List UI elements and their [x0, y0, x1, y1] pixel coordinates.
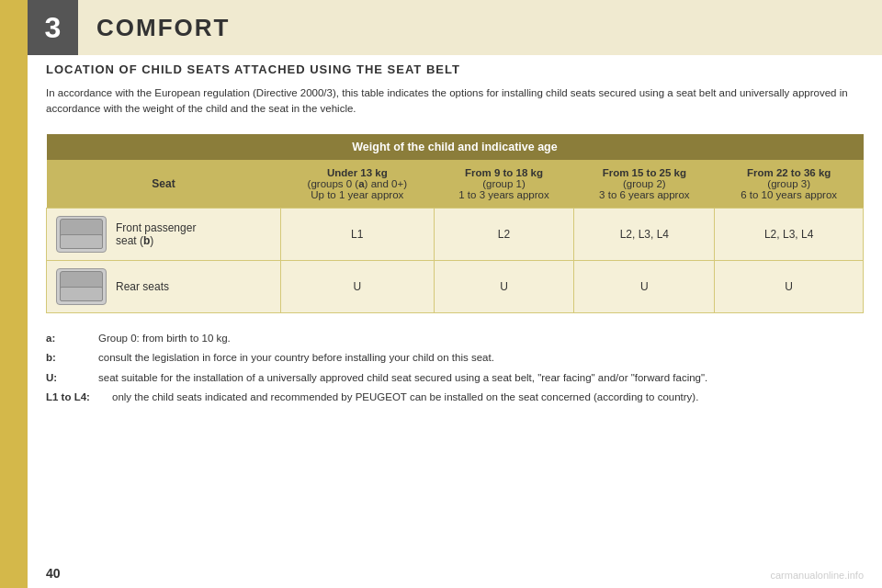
table-row: Front passengerseat (b) L1 L2 L2, L3, L4… — [47, 208, 864, 260]
note-key-b: b: — [46, 349, 96, 368]
rear-15to25: U — [574, 260, 715, 312]
front-15to25: L2, L3, L4 — [574, 208, 715, 260]
col-header-22to36: From 22 to 36 kg (group 3)6 to 10 years … — [715, 160, 864, 209]
watermark: carmanualonline.info — [770, 570, 864, 581]
rear-under13: U — [281, 260, 435, 312]
table-main-header: Weight of the child and indicative age — [47, 134, 864, 160]
header-bar: COMFORT — [78, 0, 882, 55]
child-seats-table: Weight of the child and indicative age S… — [46, 134, 864, 313]
note-key-u: U: — [46, 369, 96, 388]
note-text-b: consult the legislation in force in your… — [98, 349, 494, 368]
page-number: 40 — [46, 566, 61, 581]
note-l1l4: L1 to L4: only the child seats indicated… — [46, 389, 864, 407]
note-text-a: Group 0: from birth to 10 kg. — [98, 330, 231, 348]
intro-text: In accordance with the European regulati… — [46, 85, 864, 118]
front-under13: L1 — [281, 208, 435, 260]
chapter-box: 3 — [28, 0, 78, 55]
seat-front-passenger: Front passengerseat (b) — [47, 208, 281, 260]
col-header-15to25: From 15 to 25 kg (group 2)3 to 6 years a… — [574, 160, 715, 209]
table-main-header-row: Weight of the child and indicative age — [47, 134, 864, 160]
note-key-a: a: — [46, 330, 96, 348]
note-text-l1l4: only the child seats indicated and recom… — [112, 389, 698, 407]
rear-9to18: U — [434, 260, 574, 312]
table-row: Rear seats U U U U — [47, 260, 864, 312]
note-b: b: consult the legislation in force in y… — [46, 349, 864, 368]
note-a: a: Group 0: from birth to 10 kg. — [46, 330, 864, 348]
front-9to18: L2 — [434, 208, 574, 260]
section-title: LOCATION OF CHILD SEATS ATTACHED USING T… — [46, 62, 864, 76]
note-u: U: seat suitable for the installation of… — [46, 369, 864, 388]
seat-icon-front — [56, 216, 107, 253]
col-header-9to18: From 9 to 18 kg (group 1)1 to 3 years ap… — [434, 160, 574, 209]
sidebar — [0, 0, 28, 588]
chapter-number: 3 — [45, 11, 62, 45]
col-header-seat: Seat — [47, 160, 281, 209]
table-column-headers: Seat Under 13 kg (groups 0 (a) and 0+)Up… — [47, 160, 864, 209]
note-key-l1l4: L1 to L4: — [46, 389, 110, 407]
col-header-under13: Under 13 kg (groups 0 (a) and 0+)Up to 1… — [281, 160, 435, 209]
front-22to36: L2, L3, L4 — [715, 208, 864, 260]
seat-rear: Rear seats — [47, 260, 281, 312]
main-content: LOCATION OF CHILD SEATS ATTACHED USING T… — [46, 62, 864, 560]
seat-icon-rear — [56, 268, 107, 305]
header-title: COMFORT — [96, 14, 230, 42]
note-text-u: seat suitable for the installation of a … — [98, 369, 707, 388]
notes-section: a: Group 0: from birth to 10 kg. b: cons… — [46, 330, 864, 407]
rear-22to36: U — [715, 260, 864, 312]
